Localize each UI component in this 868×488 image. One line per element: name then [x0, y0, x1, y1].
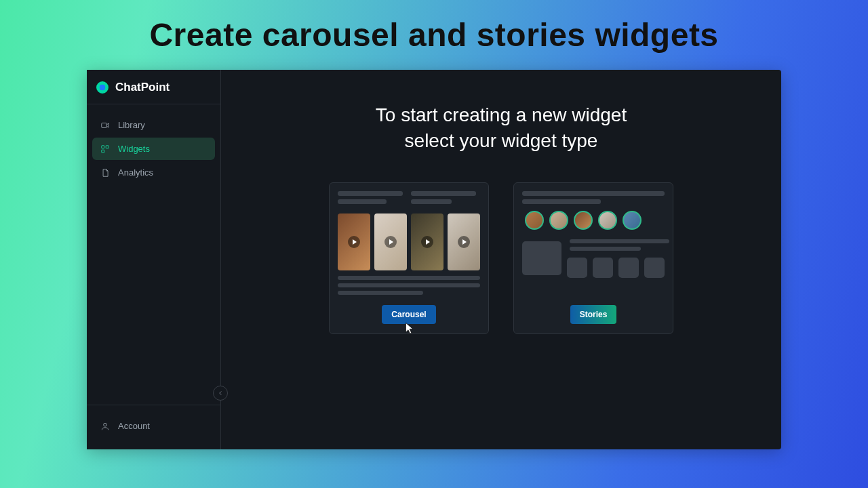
main-content: To start creating a new widget select yo…	[221, 70, 781, 449]
story-avatar	[574, 211, 593, 230]
play-icon	[384, 236, 397, 248]
select-carousel-button[interactable]: Carousel	[382, 305, 435, 324]
story-avatar	[525, 211, 544, 230]
sidebar-footer: Account	[87, 405, 220, 449]
carousel-thumb	[338, 214, 370, 270]
play-icon	[458, 236, 470, 248]
story-avatar	[598, 211, 617, 230]
brand-logo-icon	[96, 81, 108, 94]
sidebar-item-label: Analytics	[118, 167, 153, 178]
sidebar-collapse-button[interactable]	[213, 386, 228, 401]
preview-block	[618, 258, 639, 278]
app-window: ChatPoint Library Widgets Analytics	[87, 70, 781, 449]
sidebar-item-analytics[interactable]: Analytics	[92, 161, 215, 184]
svg-rect-2	[106, 145, 108, 148]
play-icon	[421, 236, 433, 248]
story-avatar	[549, 211, 568, 230]
play-icon	[348, 236, 360, 248]
carousel-thumb	[411, 214, 443, 270]
svg-rect-0	[102, 123, 107, 127]
document-icon	[100, 168, 110, 178]
sidebar-item-label: Library	[118, 120, 145, 130]
brand-name: ChatPoint	[115, 81, 170, 94]
preview-block	[522, 241, 561, 275]
story-avatar	[623, 211, 642, 230]
chevron-left-icon	[217, 390, 224, 396]
svg-rect-1	[102, 145, 104, 148]
page-title: To start creating a new widget select yo…	[376, 102, 627, 154]
widgets-icon	[100, 144, 110, 154]
user-icon	[100, 422, 110, 431]
carousel-thumb	[374, 214, 407, 270]
widget-type-options: Carousel	[329, 182, 673, 334]
sidebar: ChatPoint Library Widgets Analytics	[87, 70, 221, 449]
select-stories-button[interactable]: Stories	[570, 305, 617, 324]
sidebar-item-label: Widgets	[118, 144, 150, 154]
svg-rect-3	[102, 150, 104, 152]
svg-point-4	[104, 423, 107, 426]
preview-block	[644, 258, 665, 278]
sidebar-item-library[interactable]: Library	[92, 114, 215, 136]
preview-block	[567, 258, 587, 278]
marketing-headline: Create carousel and stories widgets	[149, 16, 718, 54]
preview-block	[593, 258, 613, 278]
widget-option-carousel[interactable]: Carousel	[329, 182, 489, 334]
brand: ChatPoint	[87, 70, 220, 104]
video-icon	[100, 121, 110, 130]
sidebar-item-widgets[interactable]: Widgets	[92, 138, 215, 160]
carousel-thumb	[448, 214, 480, 270]
sidebar-item-label: Account	[118, 421, 150, 431]
sidebar-nav: Library Widgets Analytics	[87, 104, 220, 193]
stories-preview	[514, 183, 673, 305]
sidebar-item-account[interactable]: Account	[92, 415, 215, 437]
widget-option-stories[interactable]: Stories	[513, 182, 673, 334]
carousel-preview	[330, 183, 488, 305]
